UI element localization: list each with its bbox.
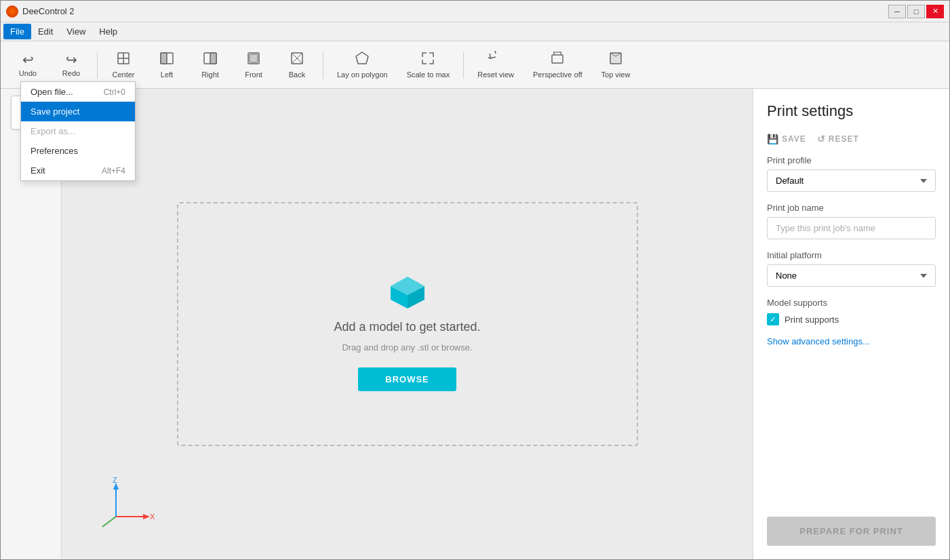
right-panel: Print settings 💾 SAVE ↺ RESET Print prof… xyxy=(753,89,949,559)
toolbar-front-label: Front xyxy=(245,71,262,79)
application-window: DeeControl 2 ─ □ ✕ File Edit View Help ↩… xyxy=(0,0,950,560)
save-button[interactable]: 💾 SAVE xyxy=(767,134,806,144)
toolbar-sep-3 xyxy=(463,52,464,79)
print-profile-label: Print profile xyxy=(767,155,936,165)
front-icon xyxy=(246,51,261,68)
minimize-button[interactable]: ─ xyxy=(888,5,906,18)
toolbar-sep-1 xyxy=(97,52,98,79)
save-icon: 💾 xyxy=(767,134,779,144)
file-menu-open[interactable]: Open file... Ctrl+0 xyxy=(21,82,135,102)
undo-icon: ↩ xyxy=(22,53,34,66)
model-supports-group: Model supports ✓ Print supports xyxy=(767,298,936,325)
toolbar-undo-button[interactable]: ↩ Undo xyxy=(7,49,48,81)
add-model-text: Add a model to get started. xyxy=(334,320,480,334)
drag-drop-text: Drag and drop any .stl or browse. xyxy=(342,342,472,353)
toolbar-right-button[interactable]: Right xyxy=(190,47,231,83)
toolbar-back-button[interactable]: Back xyxy=(277,47,317,83)
toolbar-top-view-label: Top view xyxy=(601,71,631,79)
print-job-name-label: Print job name xyxy=(767,203,936,213)
toolbar-redo-label: Redo xyxy=(62,69,80,77)
menu-view[interactable]: View xyxy=(60,24,92,39)
open-file-label: Open file... xyxy=(31,87,73,97)
toolbar: ↩ Undo ↪ Redo Center Left Right xyxy=(1,41,949,89)
svg-rect-17 xyxy=(610,53,621,64)
app-icon xyxy=(6,5,18,18)
toolbar-redo-button[interactable]: ↪ Redo xyxy=(51,49,92,81)
toolbar-left-button[interactable]: Left xyxy=(146,47,187,83)
model-cube-icon xyxy=(380,258,435,312)
svg-rect-8 xyxy=(250,54,258,62)
toolbar-scale-max-label: Scale to max xyxy=(407,71,450,79)
export-label: Export as... xyxy=(31,126,75,136)
initial-platform-label: Initial platform xyxy=(767,250,936,260)
toolbar-perspective-label: Perspective off xyxy=(533,71,582,79)
file-menu-save[interactable]: Save project xyxy=(21,102,135,121)
perspective-icon xyxy=(550,51,565,68)
toolbar-front-button[interactable]: Front xyxy=(233,47,274,83)
toolbar-lay-polygon-button[interactable]: Lay on polygon xyxy=(329,47,396,83)
svg-marker-12 xyxy=(356,52,368,64)
scale-max-icon xyxy=(420,51,435,68)
toolbar-lay-polygon-label: Lay on polygon xyxy=(337,71,388,79)
center-icon xyxy=(116,51,131,68)
menu-edit[interactable]: Edit xyxy=(31,24,60,39)
toolbar-top-view-button[interactable]: Top view xyxy=(593,47,639,83)
toolbar-undo-label: Undo xyxy=(19,69,37,77)
print-job-name-group: Print job name xyxy=(767,203,936,239)
svg-text:X: X xyxy=(150,513,155,521)
toolbar-center-button[interactable]: Center xyxy=(103,47,144,83)
titlebar: DeeControl 2 ─ □ ✕ xyxy=(1,1,949,22)
print-profile-group: Print profile Default High quality Draft xyxy=(767,155,936,192)
prepare-for-print-button[interactable]: PREPARE FOR PRINT xyxy=(767,517,936,546)
menu-help[interactable]: Help xyxy=(92,24,124,39)
viewport: Add a model to get started. Drag and dro… xyxy=(62,89,753,559)
svg-text:Z: Z xyxy=(113,476,117,484)
exit-label: Exit xyxy=(31,165,45,176)
panel-actions: 💾 SAVE ↺ RESET xyxy=(767,134,936,144)
drop-zone[interactable]: Add a model to get started. Drag and dro… xyxy=(177,202,638,446)
reset-icon: ↺ xyxy=(817,134,826,144)
toolbar-center-label: Center xyxy=(112,71,134,79)
main-content: Add a model to get started. Drag and dro… xyxy=(1,89,949,559)
reset-label: RESET xyxy=(829,134,859,144)
toolbar-right-label: Right xyxy=(201,71,219,79)
toolbar-perspective-button[interactable]: Perspective off xyxy=(525,47,591,83)
open-shortcut: Ctrl+0 xyxy=(104,87,125,97)
model-supports-label: Model supports xyxy=(767,298,936,308)
left-icon xyxy=(159,51,174,68)
initial-platform-select[interactable]: None Raft Brim xyxy=(767,264,936,287)
browse-button[interactable]: BROWSE xyxy=(358,367,456,391)
print-supports-checkbox[interactable]: ✓ xyxy=(767,313,779,325)
redo-icon: ↪ xyxy=(66,53,77,66)
menubar: File Edit View Help xyxy=(1,22,949,41)
print-profile-select[interactable]: Default High quality Draft xyxy=(767,169,936,192)
top-view-icon xyxy=(608,51,623,68)
svg-rect-4 xyxy=(161,53,167,64)
file-menu-exit[interactable]: Exit Alt+F4 xyxy=(21,161,135,180)
reset-button[interactable]: ↺ RESET xyxy=(817,134,859,144)
lay-polygon-icon xyxy=(355,51,370,68)
titlebar-controls: ─ □ ✕ xyxy=(888,5,944,18)
reset-view-icon xyxy=(488,51,503,68)
save-label: SAVE xyxy=(782,134,806,144)
axes-indicator: Z X xyxy=(96,476,157,532)
maximize-button[interactable]: □ xyxy=(907,5,925,18)
right-icon xyxy=(203,51,218,68)
toolbar-reset-view-button[interactable]: Reset view xyxy=(469,47,522,83)
close-button[interactable]: ✕ xyxy=(926,5,944,18)
toolbar-sep-2 xyxy=(323,52,323,79)
panel-title: Print settings xyxy=(767,102,936,120)
svg-marker-30 xyxy=(143,514,150,519)
menu-file[interactable]: File xyxy=(3,24,31,39)
print-supports-label: Print supports xyxy=(785,315,839,325)
print-job-name-input[interactable] xyxy=(767,217,936,239)
advanced-settings-link[interactable]: Show advanced settings... xyxy=(767,336,936,346)
toolbar-scale-max-button[interactable]: Scale to max xyxy=(399,47,458,83)
file-menu-popup: Open file... Ctrl+0 Save project Export … xyxy=(20,81,136,181)
titlebar-title: DeeControl 2 xyxy=(22,6,75,16)
svg-line-32 xyxy=(102,517,116,527)
file-menu-preferences[interactable]: Preferences xyxy=(21,141,135,161)
save-project-label: Save project xyxy=(31,106,79,117)
back-icon xyxy=(290,51,304,68)
titlebar-left: DeeControl 2 xyxy=(6,5,75,18)
